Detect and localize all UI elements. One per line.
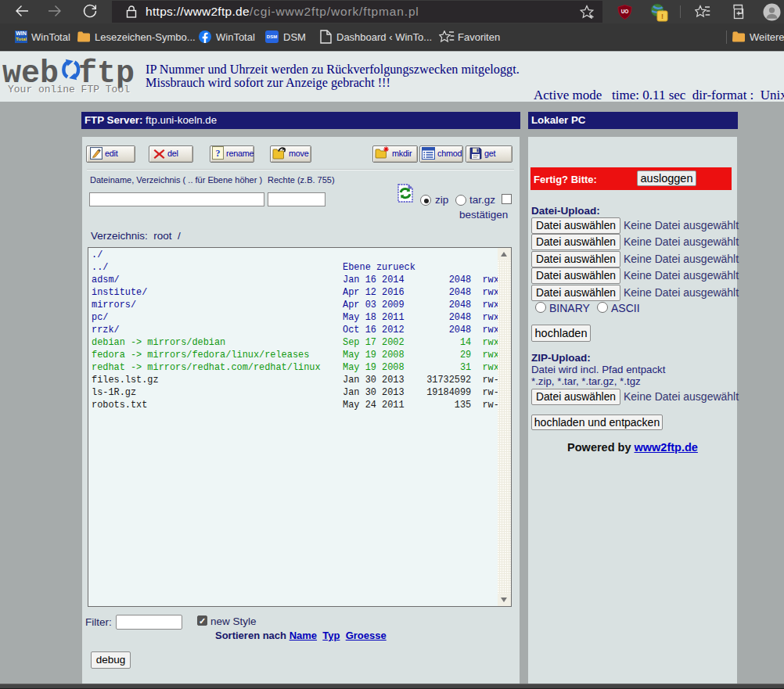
svg-text:?: ?: [216, 148, 221, 159]
svg-text:UO: UO: [621, 9, 629, 14]
svg-text:!: !: [661, 13, 664, 20]
